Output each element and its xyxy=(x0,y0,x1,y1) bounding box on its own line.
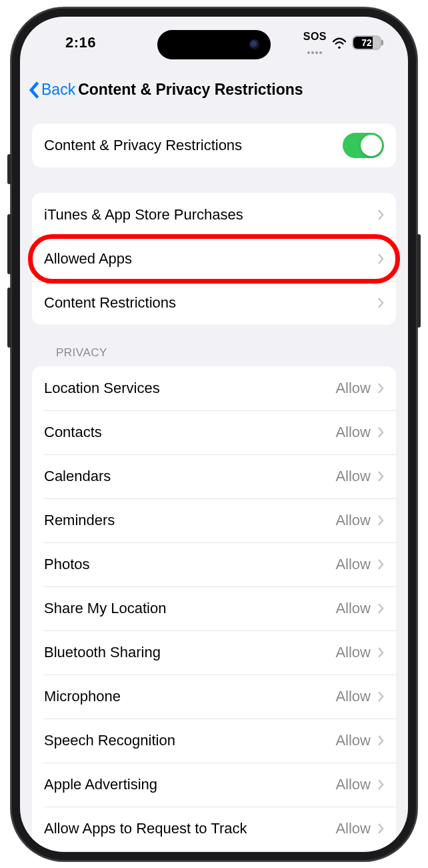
row-value: Allow xyxy=(335,820,371,837)
sos-indicator: SOS xyxy=(303,31,327,54)
chevron-right-icon xyxy=(377,823,384,835)
row-value: Allow xyxy=(335,468,371,485)
navigation-bar: Back Content & Privacy Restrictions xyxy=(20,69,408,111)
page-title: Content & Privacy Restrictions xyxy=(78,81,303,99)
privacy-row-contacts[interactable]: ContactsAllow xyxy=(32,410,396,454)
toggle-knob xyxy=(361,135,382,156)
row-label: Reminders xyxy=(44,512,335,529)
privacy-row-location-services[interactable]: Location ServicesAllow xyxy=(32,366,396,410)
row-value: Allow xyxy=(335,512,371,529)
row-label: Location Services xyxy=(44,380,335,397)
row-label: Speech Recognition xyxy=(44,732,335,749)
chevron-right-icon xyxy=(377,779,384,791)
row-label: Contacts xyxy=(44,424,335,441)
row-value: Allow xyxy=(335,424,371,441)
content-privacy-toggle-row[interactable]: Content & Privacy Restrictions xyxy=(32,123,396,167)
privacy-row-allow-apps-to-request-to-track[interactable]: Allow Apps to Request to TrackAllow xyxy=(32,807,396,851)
row-label: Allow Apps to Request to Track xyxy=(44,820,335,837)
back-button[interactable]: Back xyxy=(25,81,75,99)
privacy-row-apple-advertising[interactable]: Apple AdvertisingAllow xyxy=(32,763,396,807)
phone-frame: 2:16 SOS 72 xyxy=(11,7,417,861)
privacy-group: Location ServicesAllowContactsAllowCalen… xyxy=(32,366,396,851)
row-label: Bluetooth Sharing xyxy=(44,644,335,661)
main-toggle-group: Content & Privacy Restrictions xyxy=(32,123,396,167)
chevron-left-icon xyxy=(28,81,40,99)
chevron-right-icon xyxy=(377,382,384,394)
row-label: Share My Location xyxy=(44,600,335,617)
chevron-right-icon xyxy=(377,558,384,570)
row-value: Allow xyxy=(335,556,371,573)
chevron-right-icon xyxy=(377,514,384,526)
chevron-right-icon xyxy=(377,253,384,265)
side-button-volume-down xyxy=(7,288,11,348)
wifi-icon xyxy=(332,37,347,49)
privacy-section-header: Privacy xyxy=(32,346,396,366)
restrictions-group: iTunes & App Store Purchases Allowed App… xyxy=(32,193,396,325)
status-time: 2:16 xyxy=(47,34,96,51)
row-label: Photos xyxy=(44,556,335,573)
row-label: Microphone xyxy=(44,688,335,705)
privacy-row-reminders[interactable]: RemindersAllow xyxy=(32,498,396,542)
toggle-switch[interactable] xyxy=(343,133,384,158)
row-value: Allow xyxy=(335,776,371,793)
chevron-right-icon xyxy=(377,646,384,659)
itunes-purchases-row[interactable]: iTunes & App Store Purchases xyxy=(32,193,396,237)
toggle-label: Content & Privacy Restrictions xyxy=(44,137,343,154)
privacy-row-speech-recognition[interactable]: Speech RecognitionAllow xyxy=(32,719,396,763)
privacy-row-calendars[interactable]: CalendarsAllow xyxy=(32,454,396,498)
row-value: Allow xyxy=(335,600,371,617)
privacy-row-photos[interactable]: PhotosAllow xyxy=(32,542,396,586)
chevron-right-icon xyxy=(377,297,384,309)
front-camera-icon xyxy=(249,39,260,50)
row-value: Allow xyxy=(335,688,371,705)
row-value: Allow xyxy=(335,732,371,749)
privacy-row-bluetooth-sharing[interactable]: Bluetooth SharingAllow xyxy=(32,630,396,675)
side-button-mute xyxy=(7,154,11,184)
back-label: Back xyxy=(41,81,75,99)
screen: 2:16 SOS 72 xyxy=(20,17,408,852)
row-label: Content Restrictions xyxy=(44,294,377,312)
chevron-right-icon xyxy=(377,426,384,438)
dynamic-island xyxy=(157,30,271,59)
chevron-right-icon xyxy=(377,735,384,747)
row-value: Allow xyxy=(335,644,371,661)
row-label: Allowed Apps xyxy=(44,250,377,268)
chevron-right-icon xyxy=(377,602,384,614)
side-button-volume-up xyxy=(7,214,11,274)
row-value: Allow xyxy=(335,380,371,397)
chevron-right-icon xyxy=(377,209,384,221)
battery-icon: 72 xyxy=(352,35,381,50)
row-label: Apple Advertising xyxy=(44,776,335,793)
privacy-row-share-my-location[interactable]: Share My LocationAllow xyxy=(32,586,396,630)
row-label: Calendars xyxy=(44,468,335,485)
chevron-right-icon xyxy=(377,470,384,482)
row-label: iTunes & App Store Purchases xyxy=(44,206,377,224)
chevron-right-icon xyxy=(377,691,384,703)
content-area: Back Content & Privacy Restrictions Cont… xyxy=(20,69,408,852)
content-restrictions-row[interactable]: Content Restrictions xyxy=(32,281,396,325)
side-button-power xyxy=(417,234,421,328)
allowed-apps-row[interactable]: Allowed Apps xyxy=(32,237,396,281)
privacy-row-microphone[interactable]: MicrophoneAllow xyxy=(32,675,396,719)
